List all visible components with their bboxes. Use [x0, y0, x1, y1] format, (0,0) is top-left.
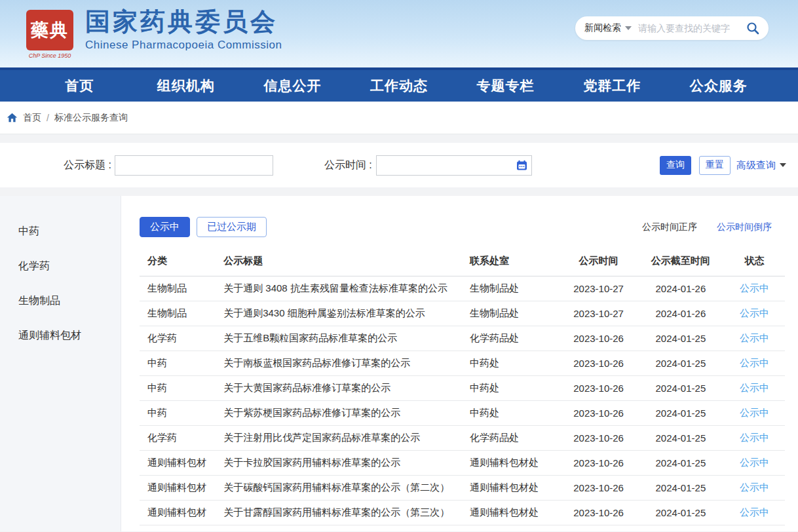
search-icon[interactable] [746, 22, 759, 35]
row-cell: 2024-01-25 [637, 326, 725, 351]
status-link[interactable]: 公示中 [725, 326, 785, 351]
row-cell: 2024-01-26 [637, 276, 725, 301]
main-panel: 公示中已过公示期 公示时间正序 公示时间倒序 分类公示标题联系处室公示时间公示截… [121, 196, 798, 531]
status-link[interactable]: 公示中 [725, 401, 785, 426]
nav-item-4[interactable]: 专题专栏 [452, 70, 559, 102]
row-cell: 2024-01-26 [637, 301, 725, 326]
nav-item-1[interactable]: 组织机构 [133, 70, 240, 102]
breadcrumb-separator: / [47, 113, 49, 123]
sidebar-item-2[interactable]: 生物制品 [0, 284, 121, 318]
row-cell: 中药 [140, 376, 216, 401]
advanced-query-link[interactable]: 高级查询 [736, 159, 786, 172]
table-row: 中药关于紫苏梗国家药品标准修订草案的公示中药处2023-10-262024-01… [140, 401, 785, 426]
top-search-bar: 新闻检索 [575, 16, 769, 40]
row-cell: 通则辅料包材 [140, 476, 216, 501]
table-row: 通则辅料包材关于卡拉胶国家药用辅料标准草案的公示通则辅料包材处2023-10-2… [140, 451, 785, 476]
sidebar-item-0[interactable]: 中药 [0, 214, 121, 249]
calendar-icon[interactable] [516, 160, 527, 171]
row-title-link[interactable]: 关于卡拉胶国家药用辅料标准草案的公示 [216, 451, 462, 476]
table-row: 通则辅料包材关于甘露醇国家药用辅料标准草案的公示（第三次）通则辅料包材处2023… [140, 501, 785, 525]
nav-item-0[interactable]: 首页 [26, 70, 133, 102]
row-title-link[interactable]: 关于五维B颗粒国家药品标准草案的公示 [216, 326, 462, 351]
table-row: 生物制品关于通则3430 细胞种属鉴别法标准草案的公示生物制品处2023-10-… [140, 301, 785, 326]
search-category-label: 新闻检索 [584, 22, 621, 34]
main-nav: 首页组织机构信息公开工作动态专题专栏党群工作公众服务 [0, 67, 798, 102]
sidebar-item-3[interactable]: 通则辅料包材 [0, 318, 121, 353]
row-cell: 2023-10-26 [561, 426, 637, 451]
row-cell: 2023-10-27 [561, 276, 637, 301]
row-cell: 2024-01-25 [637, 376, 725, 401]
advanced-query-label: 高级查询 [736, 159, 776, 172]
table-header-3: 公示时间 [561, 246, 637, 276]
table-row: 通则辅料包材关于碳酸钙国家药用辅料标准草案的公示（第二次）通则辅料包材处2023… [140, 476, 785, 501]
sort-time-desc-link[interactable]: 公示时间倒序 [717, 221, 772, 233]
row-cell: 通则辅料包材 [140, 451, 216, 476]
category-sidebar: 中药化学药生物制品通则辅料包材 [0, 196, 121, 531]
logo[interactable]: 藥典 ChP Since 1950 国家药典委员会 Chinese Pharma… [26, 9, 282, 59]
row-cell: 2024-01-25 [637, 426, 725, 451]
chevron-down-icon [625, 26, 632, 30]
tab-active-0[interactable]: 公示中 [140, 217, 190, 237]
row-cell: 2023-10-26 [561, 476, 637, 501]
row-title-link[interactable]: 关于通则 3408 抗生素残留量检查法标准草案的公示 [216, 276, 462, 301]
table-row: 中药关于南板蓝根国家药品标准修订草案的公示中药处2023-10-262024-0… [140, 351, 785, 376]
row-cell: 中药处 [462, 376, 561, 401]
nav-item-5[interactable]: 党群工作 [559, 70, 666, 102]
row-cell: 2024-01-25 [637, 451, 725, 476]
row-title-link[interactable]: 关于南板蓝根国家药品标准修订草案的公示 [216, 351, 462, 376]
list-toolbar: 公示中已过公示期 公示时间正序 公示时间倒序 [140, 217, 798, 237]
status-link[interactable]: 公示中 [725, 376, 785, 401]
row-cell: 2024-01-25 [637, 401, 725, 426]
nav-item-3[interactable]: 工作动态 [346, 70, 453, 102]
row-cell: 中药处 [462, 351, 561, 376]
row-title-link[interactable]: 关于紫苏梗国家药品标准修订草案的公示 [216, 401, 462, 426]
site-subtitle: Chinese Pharmacopoeia Commission [85, 39, 282, 52]
table-header-1: 公示标题 [216, 246, 462, 276]
breadcrumb-home[interactable]: 首页 [23, 112, 41, 124]
row-cell: 2024-01-25 [637, 351, 725, 376]
row-title-link[interactable]: 关于甘露醇国家药用辅料标准草案的公示（第三次） [216, 501, 462, 525]
breadcrumb: 首页 / 标准公示服务查询 [0, 102, 798, 134]
row-cell: 化学药 [140, 426, 216, 451]
row-title-link[interactable]: 关于注射用比伐芦定国家药品标准草案的公示 [216, 426, 462, 451]
sidebar-item-1[interactable]: 化学药 [0, 249, 121, 284]
time-filter-input[interactable] [376, 155, 532, 176]
row-cell: 2024-01-25 [637, 501, 725, 525]
row-title-link[interactable]: 关于通则3430 细胞种属鉴别法标准草案的公示 [216, 301, 462, 326]
row-cell: 生物制品处 [462, 301, 561, 326]
row-cell: 2023-10-27 [561, 301, 637, 326]
sort-time-asc-link[interactable]: 公示时间正序 [642, 221, 697, 233]
title-filter-input[interactable] [115, 155, 273, 176]
row-title-link[interactable]: 关于碳酸钙国家药用辅料标准草案的公示（第二次） [216, 476, 462, 501]
table-header-row: 分类公示标题联系处室公示时间公示截至时间状态 [140, 246, 785, 276]
breadcrumb-current: 标准公示服务查询 [54, 112, 128, 124]
tab-inactive-1[interactable]: 已过公示期 [197, 217, 267, 237]
status-link[interactable]: 公示中 [725, 301, 785, 326]
row-cell: 中药 [140, 401, 216, 426]
row-cell: 通则辅料包材 [140, 501, 216, 525]
status-link[interactable]: 公示中 [725, 276, 785, 301]
query-button[interactable]: 查询 [660, 156, 691, 175]
table-row: 化学药关于五维B颗粒国家药品标准草案的公示化学药品处2023-10-262024… [140, 326, 785, 351]
reset-button[interactable]: 重置 [699, 156, 731, 175]
status-link[interactable]: 公示中 [725, 351, 785, 376]
search-input[interactable] [638, 23, 746, 33]
row-cell: 生物制品 [140, 276, 216, 301]
row-cell: 中药 [140, 351, 216, 376]
nav-item-2[interactable]: 信息公开 [239, 70, 346, 102]
row-cell: 通则辅料包材处 [462, 476, 561, 501]
nav-item-6[interactable]: 公众服务 [665, 70, 772, 102]
home-icon[interactable] [7, 112, 18, 123]
status-link[interactable]: 公示中 [725, 451, 785, 476]
status-link[interactable]: 公示中 [725, 501, 785, 525]
search-category-dropdown[interactable]: 新闻检索 [584, 22, 632, 34]
status-link[interactable]: 公示中 [725, 476, 785, 501]
row-title-link[interactable]: 关于大黄国家药品标准修订草案的公示 [216, 376, 462, 401]
table-row: 化学药关于注射用比伐芦定国家药品标准草案的公示化学药品处2023-10-2620… [140, 426, 785, 451]
row-cell: 通则辅料包材处 [462, 451, 561, 476]
row-cell: 中药处 [462, 401, 561, 426]
status-link[interactable]: 公示中 [725, 426, 785, 451]
table-header-5: 状态 [725, 246, 785, 276]
row-cell: 2023-10-26 [561, 326, 637, 351]
row-cell: 2023-10-26 [561, 401, 637, 426]
